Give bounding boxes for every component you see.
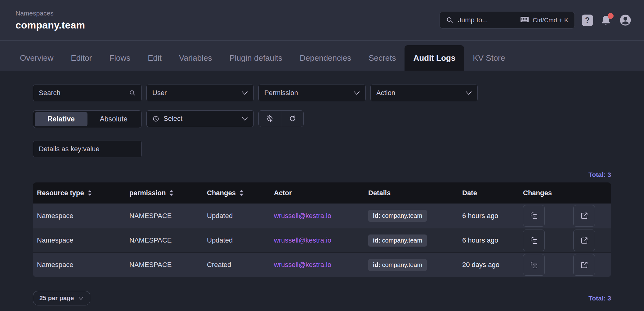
action-select-placeholder: Action — [376, 89, 466, 97]
refresh-icon — [288, 115, 297, 123]
notifications-button[interactable] — [600, 14, 612, 27]
permission-select-placeholder: Permission — [264, 89, 354, 97]
cell-resource-type: Namespace — [33, 236, 129, 244]
cell-date: 6 hours ago — [462, 236, 523, 244]
user-select-placeholder: User — [152, 89, 242, 97]
audit-logs-table: Resource type permission Changes Actor D… — [33, 182, 611, 277]
per-page-label: 25 per page — [39, 295, 74, 302]
topbar-actions: Jump to... Ctrl/Cmd + K ? — [440, 12, 632, 28]
page-title: company.team — [16, 20, 85, 31]
actor-link[interactable]: wrussell@kestra.io — [274, 236, 331, 244]
actor-link[interactable]: wrussell@kestra.io — [274, 261, 331, 269]
details-badge: id:company.team — [368, 210, 427, 222]
details-filter-placeholder: Details as key:value — [39, 145, 136, 153]
jump-to-placeholder: Jump to... — [458, 16, 520, 24]
account-icon — [619, 14, 632, 26]
chevron-down-icon — [466, 91, 472, 95]
column-header-resource-type[interactable]: Resource type — [33, 189, 129, 197]
sort-icon[interactable] — [239, 190, 244, 196]
diff-icon — [530, 212, 538, 220]
top-bar: Namespaces company.team Jump to... Ctrl/… — [0, 0, 644, 41]
tab-variables[interactable]: Variables — [170, 45, 221, 71]
search-input[interactable]: Search — [33, 85, 142, 101]
sort-icon[interactable] — [169, 190, 173, 196]
filters-row-2: Relative Absolute Select — [33, 110, 611, 128]
per-page-select[interactable]: 25 per page — [33, 291, 90, 305]
absolute-toggle[interactable]: Absolute — [87, 112, 140, 126]
tab-kv-store[interactable]: KV Store — [464, 45, 514, 71]
tab-plugin-defaults[interactable]: Plugin defaults — [221, 45, 291, 71]
cell-permission: NAMESPACE — [129, 261, 207, 269]
tab-edit[interactable]: Edit — [139, 45, 170, 71]
time-range-placeholder: Select — [163, 115, 242, 123]
actor-link[interactable]: wrussell@kestra.io — [274, 212, 331, 220]
permission-select[interactable]: Permission — [258, 85, 366, 101]
tab-dependencies[interactable]: Dependencies — [291, 45, 360, 71]
chevron-down-icon — [78, 296, 84, 300]
refresh-button-group — [258, 110, 304, 127]
audit-logs-content: Search User Permission Action Relative A… — [0, 71, 644, 305]
chevron-down-icon — [354, 91, 360, 95]
details-badge: id:company.team — [368, 234, 427, 247]
tab-audit-logs[interactable]: Audit Logs — [405, 45, 464, 71]
total-count-top: Total: 3 — [33, 171, 611, 178]
time-mode-toggle: Relative Absolute — [33, 110, 142, 128]
tab-flows[interactable]: Flows — [101, 45, 139, 71]
view-changes-button[interactable] — [523, 254, 545, 276]
cell-resource-type: Namespace — [33, 261, 129, 269]
tab-editor[interactable]: Editor — [62, 45, 101, 71]
column-header-permission[interactable]: permission — [129, 189, 207, 197]
cell-permission: NAMESPACE — [129, 236, 207, 244]
relative-toggle[interactable]: Relative — [35, 112, 87, 126]
tab-secrets[interactable]: Secrets — [360, 45, 405, 71]
chevron-down-icon — [242, 91, 248, 95]
details-badge: id:company.team — [368, 259, 427, 271]
diff-icon — [530, 261, 538, 269]
table-row: Namespace NAMESPACE Updated wrussell@kes… — [33, 228, 611, 252]
jump-to-search[interactable]: Jump to... Ctrl/Cmd + K — [440, 12, 575, 28]
cell-change: Created — [207, 261, 274, 269]
user-avatar[interactable] — [619, 14, 632, 26]
auto-refresh-off-button[interactable] — [259, 111, 281, 127]
filters-row-1: Search User Permission Action — [33, 85, 611, 101]
open-in-new-icon — [580, 261, 588, 269]
sort-icon[interactable] — [88, 190, 92, 196]
sync-off-icon — [266, 115, 274, 123]
column-header-date: Date — [462, 189, 523, 197]
table-row: Namespace NAMESPACE Created wrussell@kes… — [33, 252, 611, 277]
column-header-actor: Actor — [274, 189, 368, 197]
details-filter-input[interactable]: Details as key:value — [33, 141, 142, 157]
cell-permission: NAMESPACE — [129, 212, 207, 220]
time-range-select[interactable]: Select — [146, 110, 254, 127]
open-details-button[interactable] — [573, 254, 595, 276]
cell-change: Updated — [207, 212, 274, 220]
column-header-details: Details — [368, 189, 462, 197]
view-changes-button[interactable] — [523, 230, 545, 251]
total-count-bottom: Total: 3 — [588, 295, 611, 302]
filters-row-3: Details as key:value — [33, 141, 611, 157]
open-in-new-icon — [580, 212, 588, 220]
question-mark-icon: ? — [585, 16, 590, 25]
search-placeholder: Search — [39, 89, 129, 97]
breadcrumb[interactable]: Namespaces — [16, 10, 85, 17]
diff-icon — [530, 236, 538, 245]
user-select[interactable]: User — [146, 85, 254, 101]
cell-date: 6 hours ago — [462, 212, 523, 220]
refresh-button[interactable] — [281, 111, 303, 127]
tab-overview[interactable]: Overview — [11, 45, 62, 71]
table-footer: 25 per page Total: 3 — [33, 291, 611, 305]
open-in-new-icon — [580, 236, 588, 245]
tab-bar: Overview Editor Flows Edit Variables Plu… — [0, 41, 644, 71]
column-header-row-actions: Changes — [523, 189, 611, 197]
cell-date: 20 days ago — [462, 261, 523, 269]
audit-logs-page: Namespaces company.team Jump to... Ctrl/… — [0, 0, 644, 311]
help-button[interactable]: ? — [582, 15, 593, 26]
open-details-button[interactable] — [573, 230, 595, 251]
action-select[interactable]: Action — [370, 85, 478, 101]
keyboard-icon — [520, 16, 529, 24]
notification-badge — [608, 13, 614, 19]
open-details-button[interactable] — [573, 205, 595, 227]
column-header-changes[interactable]: Changes — [207, 189, 274, 197]
view-changes-button[interactable] — [523, 205, 545, 227]
shortcut-hint: Ctrl/Cmd + K — [533, 17, 568, 24]
